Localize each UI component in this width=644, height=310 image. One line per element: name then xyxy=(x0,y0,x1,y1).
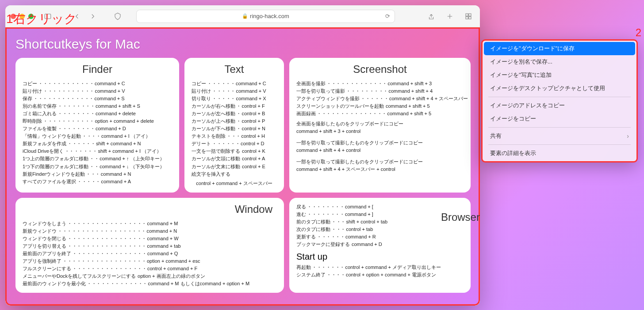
shortcut-label: 進む xyxy=(296,211,306,218)
shortcut-row: iCloud Driveを開く・・・・・・・shift + command + … xyxy=(23,147,172,155)
shortcut-dots: ・・・・・・・・・・・・・・・・・・・ xyxy=(57,227,147,235)
shortcut-row: カーソルが文末に移動control + E xyxy=(192,163,277,170)
context-menu-item[interactable]: イメージをコピー xyxy=(484,112,635,125)
shortcut-key: control + H xyxy=(242,132,265,140)
shortcut-dots: ・・・・・・・・・・・・・・・・・・ xyxy=(61,257,147,265)
shortcut-label: アプリを切り替える xyxy=(23,242,66,250)
context-menu-item[interactable]: イメージを"ダウンロード"に保存 xyxy=(484,42,635,55)
safari-window: ⌵ 🔒 ringo-hack.com ⟳ Shortcu xyxy=(5,5,480,306)
shortcut-key: command + delete xyxy=(96,110,136,117)
shortcut-dots: ・・・・・・・・ xyxy=(57,102,96,110)
shortcut-row: デリート・・・・・・control + D xyxy=(192,140,277,147)
shortcut-key: command + ↓ （下矢印キー） xyxy=(100,163,164,170)
shortcut-label: ゴミ箱に入れる xyxy=(23,110,57,117)
svg-rect-7 xyxy=(469,16,471,19)
shortcut-dots: ・ xyxy=(235,117,242,125)
shortcut-label: カーソルが文頭に移動 xyxy=(192,155,240,163)
shortcut-label: フルスクリーンにする xyxy=(23,265,71,272)
shortcut-key: command + [ xyxy=(345,203,373,211)
shortcut-dots: ・・・・・・・ xyxy=(64,147,98,155)
shortcut-key: command + R xyxy=(345,233,376,241)
shortcut-dots: ・・・・・・・・・・・・・・・・ xyxy=(71,250,147,257)
svg-rect-6 xyxy=(466,16,468,19)
shortcut-row: 新規ウィンドウ・・・・・・・・・・・・・・・・・・・command + N xyxy=(23,227,277,235)
shortcut-label: 全画面を撮影 xyxy=(296,80,326,87)
shortcut-row: メニューバーやDockを残してフルスクリーンにするoption + 画面左上の緑… xyxy=(23,272,277,280)
shortcut-row: 一文を一括で削除するcontrol + K xyxy=(192,147,277,155)
context-menu-item[interactable]: イメージのアドレスをコピー xyxy=(484,99,635,112)
shortcut-label: 一文を一括で削除する xyxy=(192,147,240,155)
shortcut-label: カーソルが文末に移動 xyxy=(192,163,240,170)
shortcut-key: control + A xyxy=(242,155,265,163)
context-menu-item[interactable]: イメージを別名で保存... xyxy=(484,55,635,68)
share-icon[interactable] xyxy=(425,10,437,23)
shortcut-key: control + E xyxy=(242,163,265,170)
text-card: Text コピー・・・・・・command + C貼り付け・・・・・comman… xyxy=(184,58,284,193)
shortcut-dots: ・・・・・・・・・・・ xyxy=(42,117,95,125)
shortcut-dots: ・・・・・・・・・ xyxy=(345,87,389,95)
shortcut-label: 新規Finderウィンドウを起動 xyxy=(23,170,85,178)
shortcut-label: 画面録画 xyxy=(296,110,316,117)
shortcut-row: カーソルが上へ移動・control + P xyxy=(192,117,277,125)
context-menu-item[interactable]: 要素の詳細を表示 xyxy=(484,147,635,160)
shortcut-key: command + shift + 5 xyxy=(387,110,432,117)
shortcut-dots: ・・・・・・・・・・・・・ xyxy=(326,80,388,87)
shortcut-row: 切り取り・・・・・command + X xyxy=(192,95,277,102)
svg-rect-4 xyxy=(466,14,468,16)
context-menu-item[interactable]: イメージをデスクトップピクチャとして使用 xyxy=(484,82,635,95)
shortcut-key: command + ↑ （上矢印キー） xyxy=(100,155,164,163)
shortcut-key: control + F xyxy=(242,102,265,110)
shortcut-row: 最前面のアプリを終了・・・・・・・・・・・・・・・・command + Q xyxy=(23,250,277,257)
reload-icon[interactable]: ⟳ xyxy=(385,13,390,19)
text-title: Text xyxy=(192,63,277,76)
shortcut-key: command + shift + S xyxy=(96,102,140,110)
shortcut-label: 次のタブに移動 xyxy=(296,226,330,233)
shortcut-dots: ・・・・・ xyxy=(76,178,101,185)
shortcut-row: 前のタブに移動・・・shift + control + tab xyxy=(296,218,441,226)
shortcut-key: command + shift + 4 xyxy=(389,87,433,95)
browser-title: Browser xyxy=(441,211,480,274)
address-bar[interactable]: 🔒 ringo-hack.com ⟳ xyxy=(136,10,395,23)
tabs-overview-icon[interactable] xyxy=(462,10,475,23)
shortcut-row: ウィンドウを閉じる・・・・・・・・・・・・・・・・・command + W xyxy=(23,235,277,242)
menu-item-label: 共有 xyxy=(490,132,502,140)
shortcut-key: control + tab xyxy=(346,226,373,233)
annotation-label-2: 2 xyxy=(636,26,641,39)
menu-item-label: イメージを"ダウンロード"に保存 xyxy=(490,45,575,53)
shortcut-label: 新規ウィンドウ xyxy=(23,227,57,235)
forward-button[interactable] xyxy=(87,10,99,23)
shortcut-label: 戻る xyxy=(296,203,306,211)
shortcut-dots: ・・・・・・・ xyxy=(311,264,345,271)
browser-startup-card: 戻る・・・・・・・・command + [進む・・・・・・・・command +… xyxy=(289,198,471,293)
shortcut-row: 再起動・・・・・・・control + command + メディア取り出しキー xyxy=(296,264,441,271)
context-menu-item[interactable]: 共有› xyxy=(484,129,635,143)
shortcut-label: 切り取り xyxy=(192,95,211,102)
shortcut-label: カーソルが左へ移動 xyxy=(192,110,235,117)
shortcut-row: 戻る・・・・・・・・command + [ xyxy=(296,203,441,211)
shortcut-row: 1つ上の階層のフォルダに移動・・command + ↑ （上矢印キー） xyxy=(23,155,172,163)
shortcut-dots: ・ xyxy=(235,110,242,117)
shortcut-dots: ・・・・・・・・・・・・・ xyxy=(32,95,95,102)
shortcut-key: command + V xyxy=(95,87,125,95)
shortcut-key: command + M もしくはcommand + option + M xyxy=(148,280,250,287)
shortcut-label: ウィンドウを閉じる xyxy=(23,235,66,242)
shortcut-row: ファイルを複製・・・・・・・・command + D xyxy=(23,125,172,132)
shortcut-key: command + M xyxy=(147,220,178,227)
shortcut-key: command + A xyxy=(101,178,131,185)
shortcut-label: 即時削除 xyxy=(23,117,42,125)
shortcut-label: アプリを強制終了 xyxy=(23,257,61,265)
shortcut-key: command + tab xyxy=(147,242,181,250)
shortcut-key: option + command + esc xyxy=(147,257,200,265)
context-menu-item[interactable]: イメージを"写真"に追加 xyxy=(484,68,635,82)
shortcut-label: すべてのファイルを選択 xyxy=(23,178,76,185)
shortcut-key: control + option + command + 電源ボタン xyxy=(346,271,436,279)
chevron-right-icon: › xyxy=(627,132,629,140)
shortcut-row: 1つ下の階層のフォルダに移動・・command + ↓ （下矢印キー） xyxy=(23,163,172,170)
shortcut-label: ウィンドウをしまう xyxy=(23,220,66,227)
finder-title: Finder xyxy=(23,63,172,76)
new-tab-icon[interactable] xyxy=(444,10,456,23)
shield-icon[interactable] xyxy=(111,10,124,23)
shortcut-label: システム終了 xyxy=(296,271,326,279)
shortcut-dots: ・・ xyxy=(88,155,100,163)
shortcut-dots: ・・・・・・・・・・・・・・・・・ xyxy=(66,235,147,242)
